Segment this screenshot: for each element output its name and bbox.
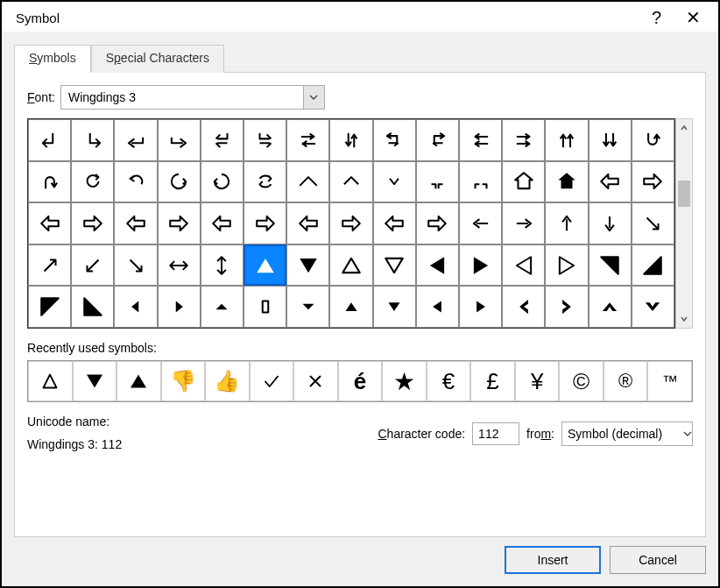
recent-pound[interactable]: £ — [470, 361, 515, 401]
symbol-u-turn-down[interactable] — [632, 119, 674, 161]
symbol-double-down-left[interactable] — [201, 119, 244, 161]
symbol-down-right-arrow-thin[interactable] — [632, 202, 674, 244]
recent-thumbs-down[interactable]: 👎 — [161, 361, 206, 401]
recent-delta[interactable] — [28, 361, 73, 401]
cancel-button[interactable]: Cancel — [610, 546, 706, 574]
char-code-input[interactable] — [472, 422, 519, 445]
recent-x-mark[interactable] — [293, 361, 338, 401]
symbol-home-up-filled[interactable] — [545, 161, 588, 203]
close-icon[interactable]: ✕ — [686, 7, 701, 28]
symbol-right-arrow-outline[interactable] — [632, 161, 674, 203]
recent-star[interactable]: ★ — [382, 361, 427, 401]
symbol-triangle-right-filled[interactable] — [459, 244, 502, 287]
recent-trademark[interactable]: ™ — [647, 361, 692, 401]
help-icon[interactable]: ? — [652, 8, 661, 28]
symbol-left-arrow-shadow[interactable] — [286, 202, 329, 244]
symbol-swap-vertical[interactable] — [329, 119, 372, 161]
symbol-triangle-left-outline[interactable] — [502, 244, 545, 287]
scroll-up-icon[interactable] — [676, 119, 692, 137]
from-select[interactable]: Symbol (decimal) — [561, 422, 693, 446]
symbol-rectangle-outline[interactable] — [244, 286, 286, 328]
symbol-left-right-arrow[interactable] — [158, 244, 201, 287]
symbol-pointer-left-small[interactable] — [114, 286, 157, 328]
symbol-chevron-down-bold[interactable] — [632, 286, 674, 328]
symbol-swap-cycle-left[interactable] — [373, 119, 416, 161]
symbol-bracket-low-right[interactable] — [459, 161, 502, 203]
symbol-left-arrow-bold-outline[interactable] — [28, 202, 71, 244]
symbol-double-right-arrows[interactable] — [502, 119, 545, 161]
symbol-bracket-low-left[interactable] — [416, 161, 459, 203]
symbol-down-left-arrow[interactable] — [28, 119, 71, 161]
symbol-chevron-up-bold[interactable] — [589, 286, 632, 328]
symbol-triangle-down-filled[interactable] — [286, 244, 329, 287]
symbol-chevron-left-bold[interactable] — [502, 286, 545, 328]
insert-button[interactable]: Insert — [505, 546, 601, 574]
symbol-triangle-up-filled[interactable] — [244, 244, 286, 287]
symbol-down-arrow-thin[interactable] — [589, 202, 632, 244]
symbol-chevron-up[interactable] — [329, 161, 372, 203]
scroll-thumb[interactable] — [678, 181, 690, 207]
recent-checkmark[interactable] — [250, 361, 294, 401]
symbol-rotate-ccw-small[interactable] — [71, 161, 114, 203]
symbol-right-arrow-3d[interactable] — [416, 202, 459, 244]
symbol-left-arrow-outline[interactable] — [589, 161, 632, 203]
symbol-ne-arrow[interactable] — [28, 244, 71, 287]
recent-thumbs-up[interactable]: 👍 — [205, 361, 250, 401]
chevron-down-icon[interactable] — [303, 86, 324, 109]
font-select[interactable]: Wingdings 3 — [60, 85, 325, 110]
symbol-right-hook-arrow[interactable] — [158, 119, 201, 161]
symbol-right-arrow-shadow[interactable] — [329, 202, 372, 244]
symbol-double-up-arrows[interactable] — [545, 119, 588, 161]
tab-special-characters[interactable]: Special Characters — [91, 45, 224, 73]
symbol-se-arrow[interactable] — [114, 244, 157, 287]
recent-e-acute[interactable]: é — [338, 361, 383, 401]
symbol-triangle-down-outline[interactable] — [373, 244, 416, 287]
symbol-down-right-arrow[interactable] — [71, 119, 114, 161]
symbol-triangle-corner-bl[interactable] — [71, 286, 114, 328]
symbol-triangle-corner-br[interactable] — [632, 244, 674, 287]
recent-yen[interactable]: ¥ — [515, 361, 560, 401]
symbol-pointer-right-small[interactable] — [158, 286, 201, 328]
symbol-triangle-corner-tl[interactable] — [28, 286, 71, 328]
symbol-left-hook-arrow[interactable] — [114, 119, 157, 161]
symbol-sw-arrow[interactable] — [71, 244, 114, 287]
symbol-triangle-left-small[interactable] — [416, 286, 459, 328]
chevron-down-icon[interactable] — [683, 428, 692, 441]
symbol-triangle-down-small[interactable] — [373, 286, 416, 328]
symbol-home-up-outline[interactable] — [502, 161, 545, 203]
symbol-triangle-up-outline[interactable] — [329, 244, 372, 287]
symbol-undo-arrow[interactable] — [114, 161, 157, 203]
symbol-double-down-right[interactable] — [244, 119, 286, 161]
symbol-triangle-corner-tr[interactable] — [589, 244, 632, 287]
symbol-left-arrow-thin[interactable] — [459, 202, 502, 244]
scroll-track[interactable] — [676, 137, 692, 310]
recent-registered[interactable]: ® — [604, 361, 648, 401]
symbol-refresh[interactable] — [244, 161, 286, 203]
scroll-down-icon[interactable] — [676, 310, 692, 328]
recent-triangle-up-filled[interactable] — [116, 361, 161, 401]
symbol-left-arrow-hollow[interactable] — [201, 202, 244, 244]
symbol-chevron-down-narrow[interactable] — [373, 161, 416, 203]
symbol-left-arrow-3d[interactable] — [373, 202, 416, 244]
symbol-triangle-up-small[interactable] — [329, 286, 372, 328]
symbol-right-arrow-thin[interactable] — [502, 202, 545, 244]
symbol-right-arrow-hollow[interactable] — [244, 202, 286, 244]
symbol-rotate-full-cw[interactable] — [201, 161, 244, 203]
symbol-chevron-right-bold[interactable] — [545, 286, 588, 328]
symbol-swap-horizontal[interactable] — [286, 119, 329, 161]
symbol-triangle-left-filled[interactable] — [416, 244, 459, 287]
symbol-double-down-arrows[interactable] — [589, 119, 632, 161]
symbol-u-turn-up[interactable] — [28, 161, 71, 203]
symbol-left-arrow-white[interactable] — [114, 202, 157, 244]
recent-copyright[interactable]: © — [559, 361, 604, 401]
tab-symbols[interactable]: Symbols — [14, 45, 91, 73]
symbol-chevron-up-wide[interactable] — [286, 161, 329, 203]
symbol-right-arrow-bold-outline[interactable] — [71, 202, 114, 244]
recent-triangle-down-filled[interactable] — [73, 361, 117, 401]
symbol-up-arrow-thin[interactable] — [545, 202, 588, 244]
symbol-rotate-full-ccw[interactable] — [158, 161, 201, 203]
symbol-caret-up-small[interactable] — [201, 286, 244, 328]
symbol-triangle-right-outline[interactable] — [545, 244, 588, 287]
symbol-swap-cycle-right[interactable] — [416, 119, 459, 161]
symbol-double-left-arrows[interactable] — [459, 119, 502, 161]
